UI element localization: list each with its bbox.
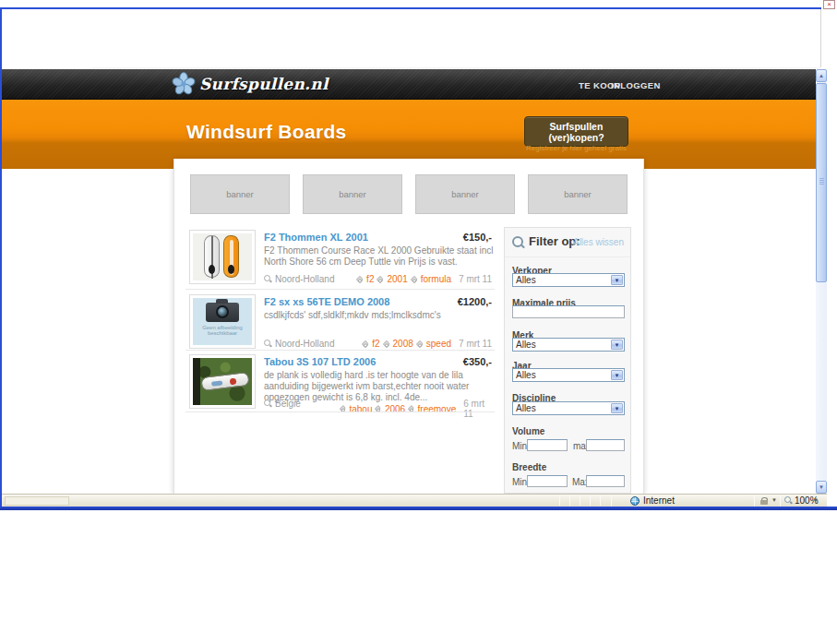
listing-row: F2 Thommen XL 2001 €150,- F2 Thommen Cou… bbox=[174, 229, 501, 288]
security-zone-label: Internet bbox=[643, 495, 675, 506]
chevron-down-icon: ▼ bbox=[611, 340, 623, 350]
listing-location: Noord-Holland bbox=[264, 339, 334, 349]
globe-icon bbox=[630, 496, 640, 506]
listing-title-link[interactable]: F2 sx xs 56TE DEMO 2008 bbox=[264, 296, 389, 307]
surfspullen-logo-icon[interactable] bbox=[172, 72, 196, 96]
nav-inloggen[interactable]: INLOGGEN bbox=[611, 80, 661, 90]
listing-price: €350,- bbox=[400, 356, 492, 367]
content-panel: banner banner banner banner F2 Thommen X… bbox=[173, 159, 644, 494]
board-on-grass-photo bbox=[193, 358, 252, 405]
site-header: Surfspullen.nl TE KOOP INLOGGEN bbox=[2, 69, 816, 100]
tag-link[interactable]: speed bbox=[426, 339, 451, 349]
sell-cta-button[interactable]: Surfspullen (ver)kopen? Registreer je hi… bbox=[524, 116, 628, 147]
tag-icon bbox=[416, 340, 424, 347]
vertical-scrollbar[interactable]: ▲ ▼ bbox=[816, 69, 827, 494]
listing-location: Noord-Holland bbox=[264, 274, 334, 284]
listing-title-link[interactable]: F2 Thommen XL 2001 bbox=[264, 232, 368, 243]
maximale-prijs-input[interactable] bbox=[512, 305, 625, 318]
top-area-edge bbox=[820, 9, 821, 67]
browser-viewport: Surfspullen.nl TE KOOP INLOGGEN Windsurf… bbox=[2, 69, 816, 494]
viewport-top-edge bbox=[92, 67, 820, 68]
tag-icon bbox=[377, 275, 384, 282]
filter-label-breedte: Breedte bbox=[512, 462, 546, 472]
scrollbar-up-icon[interactable]: ▲ bbox=[816, 69, 827, 82]
discipline-select[interactable]: Alles ▼ bbox=[512, 401, 625, 415]
filter-label-volume: Volume bbox=[512, 426, 544, 436]
location-icon bbox=[264, 275, 272, 283]
tag-link[interactable]: f2 bbox=[372, 339, 379, 349]
status-left-panel bbox=[5, 496, 69, 506]
volume-min-input[interactable] bbox=[527, 439, 568, 451]
tag-link[interactable]: 2001 bbox=[387, 274, 407, 284]
breedte-min-label: Min bbox=[512, 477, 527, 487]
zoom-icon[interactable] bbox=[784, 496, 793, 505]
screenshot-root: × Surfspullen.nl TE KOOP INLOGGEN bbox=[0, 0, 837, 644]
tag-link[interactable]: 2008 bbox=[393, 339, 413, 349]
broken-image-icon: × bbox=[823, 0, 835, 9]
no-image-placeholder: Geen afbeelding beschikbaar bbox=[193, 298, 252, 345]
security-status-icon[interactable] bbox=[760, 497, 768, 505]
breedte-max-input[interactable] bbox=[586, 475, 625, 487]
zoom-dropdown-icon[interactable]: ▼ bbox=[813, 497, 819, 503]
breedte-min-input[interactable] bbox=[527, 475, 568, 487]
sell-cta-title: Surfspullen (ver)kopen? bbox=[525, 121, 628, 143]
jaar-select[interactable]: Alles ▼ bbox=[512, 368, 625, 382]
scrollbar-thumb[interactable] bbox=[816, 83, 827, 282]
merk-select[interactable]: Alles ▼ bbox=[512, 338, 625, 352]
ad-banner-slot[interactable]: banner bbox=[190, 174, 290, 214]
site-logo-text[interactable]: Surfspullen.nl bbox=[199, 75, 329, 93]
security-dropdown-icon[interactable]: ▼ bbox=[771, 497, 777, 503]
desktop-background bbox=[0, 510, 837, 644]
listing-thumbnail[interactable] bbox=[189, 354, 256, 409]
scrollbar-down-icon[interactable]: ▼ bbox=[816, 481, 827, 494]
listing-thumbnail[interactable] bbox=[189, 230, 256, 284]
tag-link[interactable]: formula bbox=[421, 274, 451, 284]
ad-banner-slot[interactable]: banner bbox=[415, 174, 515, 214]
listing-divider bbox=[185, 289, 495, 290]
clear-filters-link[interactable]: Alles wissen bbox=[573, 237, 624, 247]
window-border-top bbox=[0, 7, 821, 9]
tag-icon bbox=[410, 275, 417, 282]
ad-banner-slot[interactable]: banner bbox=[528, 174, 628, 214]
location-icon bbox=[264, 400, 272, 408]
tag-icon bbox=[382, 340, 389, 347]
location-icon bbox=[264, 340, 272, 348]
listing-divider bbox=[185, 350, 495, 351]
verkoper-select[interactable]: Alles ▼ bbox=[512, 273, 625, 287]
sell-cta-subtitle: Registreer je hier geheel gratis bbox=[525, 144, 628, 152]
chevron-down-icon: ▼ bbox=[611, 403, 623, 413]
filter-sidebar: Filter op: Alles wissen Verkoper Alles ▼… bbox=[504, 227, 631, 494]
tag-icon bbox=[356, 275, 364, 282]
listing-row: Geen afbeelding beschikbaar F2 sx xs 56T… bbox=[174, 293, 501, 352]
listing-description: csdlkjfcds' sdf,sldklf;mkdv mds;lmclksdm… bbox=[264, 310, 496, 321]
filter-divider bbox=[505, 256, 630, 257]
listing-date: 7 mrt 11 bbox=[459, 339, 492, 349]
listing-thumbnail[interactable]: Geen afbeelding beschikbaar bbox=[189, 294, 256, 349]
search-icon bbox=[512, 236, 525, 249]
camera-icon bbox=[206, 303, 239, 322]
listing-divider bbox=[185, 411, 495, 412]
listing-title-link[interactable]: Tabou 3S 107 LTD 2006 bbox=[264, 356, 376, 367]
listing-date: 6 mrt 11 bbox=[463, 399, 492, 419]
windsurf-boards-photo bbox=[193, 233, 252, 280]
volume-max-input[interactable] bbox=[586, 439, 625, 451]
page-title: Windsurf Boards bbox=[186, 121, 346, 143]
listing-row: Tabou 3S 107 LTD 2006 €350,- de plank is… bbox=[174, 353, 501, 412]
listing-location: België bbox=[264, 399, 301, 409]
ad-banner-slot[interactable]: banner bbox=[303, 174, 402, 214]
listing-date: 7 mrt 11 bbox=[459, 274, 492, 284]
status-bar: Internet ▼ 100% ▼ bbox=[2, 494, 827, 507]
listing-description: F2 Thommen Course Race XL 2000 Gebruikte… bbox=[264, 245, 496, 268]
tag-link[interactable]: f2 bbox=[366, 274, 374, 284]
listing-price: €1200,- bbox=[400, 296, 492, 307]
chevron-down-icon: ▼ bbox=[611, 275, 623, 285]
volume-min-label: Min bbox=[512, 441, 527, 451]
listing-price: €150,- bbox=[400, 232, 492, 243]
tag-icon bbox=[362, 340, 369, 347]
chevron-down-icon: ▼ bbox=[611, 370, 623, 380]
